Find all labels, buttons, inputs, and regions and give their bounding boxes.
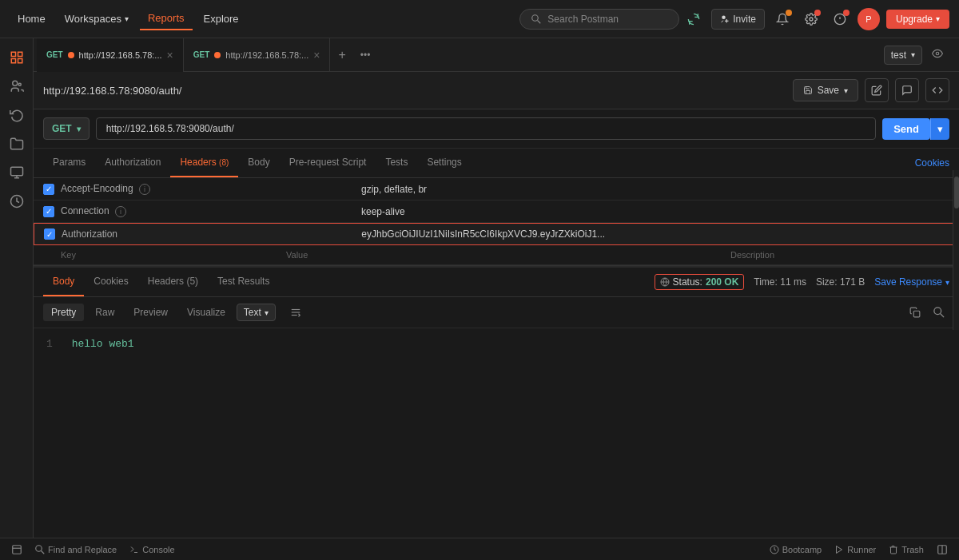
col-description-label: Description	[730, 250, 949, 260]
tab-1-close[interactable]: ×	[313, 49, 320, 62]
search-placeholder: Search Postman	[547, 14, 619, 25]
sidebar-clock-icon[interactable]	[4, 189, 30, 214]
main-area: GET http://192.168.5.78:... × GET http:/…	[0, 38, 959, 538]
upgrade-chevron-icon: ▾	[936, 14, 940, 23]
send-dropdown-button[interactable]: ▾	[930, 118, 949, 140]
find-replace-button[interactable]: Find and Replace	[30, 545, 121, 554]
settings-icon[interactable]	[800, 8, 822, 30]
invite-button[interactable]: Invite	[711, 9, 765, 30]
resp-tab-cookies[interactable]: Cookies	[84, 268, 137, 296]
code-icon[interactable]	[925, 78, 949, 102]
sidebar-monitor-icon[interactable]	[4, 160, 30, 185]
bootcamp-button[interactable]: Bootcamp	[765, 545, 827, 554]
svg-point-26	[934, 308, 941, 315]
save-response-chevron-icon: ▾	[945, 278, 949, 287]
rbody-tab-preview[interactable]: Preview	[125, 304, 176, 321]
header-checkbox-0[interactable]: ✓	[43, 184, 54, 195]
trash-button[interactable]: Trash	[884, 545, 929, 554]
svg-marker-34	[837, 546, 842, 553]
size-label: Size: 171 B	[816, 276, 865, 288]
text-format-chevron-icon: ▾	[265, 308, 269, 317]
header-key-1: Connection i	[61, 205, 355, 217]
header-checkbox-1[interactable]: ✓	[43, 206, 54, 217]
sidebar-history-icon[interactable]	[4, 102, 30, 128]
req-tab-body[interactable]: Body	[238, 149, 279, 177]
eye-icon[interactable]	[927, 48, 948, 62]
info-icon-1: i	[115, 206, 126, 217]
send-button[interactable]: Send	[882, 118, 930, 140]
add-tab-button[interactable]: +	[330, 48, 353, 62]
wrap-icon[interactable]	[285, 302, 306, 323]
method-select[interactable]: GET ▾	[43, 117, 90, 140]
sidebar-collections-icon[interactable]	[4, 131, 30, 157]
req-tab-headers[interactable]: Headers (8)	[170, 149, 238, 177]
col-value-label: Value	[286, 250, 724, 260]
rbody-tab-raw[interactable]: Raw	[87, 304, 122, 321]
top-navigation: Home Workspaces ▾ Reports Explore Search…	[0, 0, 959, 38]
nav-home[interactable]: Home	[10, 8, 54, 30]
bottom-layout-icon[interactable]	[6, 544, 27, 555]
console-button[interactable]: Console	[125, 545, 179, 554]
req-tab-pre-request[interactable]: Pre-request Script	[280, 149, 376, 177]
method-label: GET	[52, 123, 72, 134]
response-value-1: hello web1	[72, 338, 134, 350]
send-button-group: Send ▾	[882, 118, 949, 140]
svg-rect-9	[11, 52, 15, 56]
sidebar-team-icon[interactable]	[4, 73, 30, 99]
req-tab-tests[interactable]: Tests	[376, 149, 417, 177]
req-tab-settings[interactable]: Settings	[417, 149, 471, 177]
edit-icon[interactable]	[865, 78, 889, 102]
save-response-button[interactable]: Save Response ▾	[874, 276, 949, 288]
alerts-icon[interactable]	[829, 8, 851, 30]
tab-1[interactable]: GET http://192.168.5.78:... ×	[184, 38, 331, 72]
bottom-bar: Find and Replace Console Bootcamp Runner…	[0, 538, 959, 560]
nav-reports[interactable]: Reports	[140, 7, 193, 30]
svg-rect-10	[18, 52, 22, 56]
header-key-2: Authorization	[62, 228, 355, 240]
search-bar[interactable]: Search Postman	[519, 9, 679, 30]
tab-0-url: http://192.168.5.78:...	[79, 50, 162, 60]
notification-badge	[786, 10, 792, 16]
comment-icon[interactable]	[895, 78, 919, 102]
search-response-icon[interactable]	[929, 302, 949, 323]
req-tab-params[interactable]: Params	[43, 149, 95, 177]
tab-0[interactable]: GET http://192.168.5.78:... ×	[37, 38, 184, 72]
req-tab-authorization[interactable]: Authorization	[95, 149, 170, 177]
url-input[interactable]	[96, 117, 877, 140]
header-value-2: eyJhbGciOiJIUzI1NiIsInR5cCI6IkpXVCJ9.eyJ…	[361, 228, 949, 240]
resp-tab-test-results[interactable]: Test Results	[208, 268, 279, 296]
avatar[interactable]: P	[858, 8, 880, 30]
notifications-icon[interactable]	[771, 8, 794, 30]
status-box: Status: 200 OK	[655, 274, 745, 290]
tab-0-dot	[68, 52, 74, 58]
response-content: 1 hello web1	[34, 328, 959, 538]
tab-1-url: http://192.168.5.78:...	[225, 50, 308, 60]
rbody-tab-visualize[interactable]: Visualize	[179, 304, 233, 321]
cookies-link[interactable]: Cookies	[915, 157, 949, 169]
save-button[interactable]: Save ▾	[793, 79, 858, 101]
runner-button[interactable]: Runner	[830, 545, 881, 554]
upgrade-button[interactable]: Upgrade ▾	[886, 10, 949, 29]
split-view-icon[interactable]	[932, 544, 953, 555]
copy-response-icon[interactable]	[905, 302, 925, 323]
response-body-tabs: Pretty Raw Preview Visualize Text ▾	[34, 297, 959, 328]
content-area: GET http://192.168.5.78:... × GET http:/…	[34, 38, 959, 538]
nav-workspaces[interactable]: Workspaces ▾	[57, 8, 137, 30]
env-select-dropdown[interactable]: test ▾	[884, 46, 922, 65]
left-sidebar	[0, 38, 34, 538]
resp-tab-headers[interactable]: Headers (5)	[138, 268, 208, 296]
more-tabs-button[interactable]: •••	[354, 50, 377, 61]
sidebar-api-icon[interactable]	[4, 45, 30, 70]
rbody-tab-pretty[interactable]: Pretty	[43, 304, 84, 321]
svg-rect-25	[913, 311, 920, 317]
resp-tab-body[interactable]: Body	[43, 268, 84, 296]
nav-explore[interactable]: Explore	[196, 8, 247, 30]
header-checkbox-2[interactable]: ✓	[44, 228, 55, 240]
tab-0-close[interactable]: ×	[167, 49, 173, 62]
text-format-select[interactable]: Text ▾	[237, 304, 276, 321]
sync-icon[interactable]	[682, 8, 705, 30]
svg-point-5	[810, 18, 813, 21]
response-section: Body Cookies Headers (5) Test Results St…	[34, 266, 959, 538]
svg-rect-12	[18, 59, 22, 63]
response-status: Status: 200 OK Time: 11 ms Size: 171 B S…	[655, 274, 949, 290]
